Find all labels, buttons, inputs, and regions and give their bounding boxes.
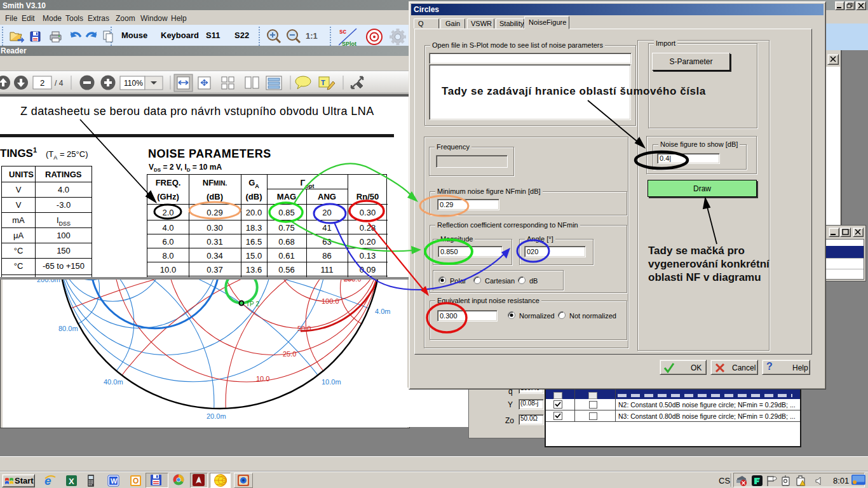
svg-text:4.0m: 4.0m [375,308,390,315]
svg-text:O: O [133,477,139,485]
svg-text:10.0m: 10.0m [322,378,341,386]
svg-text:100.0: 100.0 [322,297,339,305]
svg-text:TP 2: TP 2 [246,301,259,308]
svg-text:/ 4: / 4 [55,79,64,88]
svg-text:T: T [321,79,325,86]
svg-text:X: X [69,477,74,486]
svg-text:110%: 110% [124,79,143,88]
svg-text:50.0: 50.0 [297,325,311,332]
svg-text:80.0m: 80.0m [58,325,78,332]
svg-text:20.0m: 20.0m [207,412,226,420]
svg-text:2: 2 [40,78,44,88]
svg-text:25.0: 25.0 [283,350,296,358]
svg-text:W: W [111,477,118,485]
svg-text:40.0m: 40.0m [104,378,123,386]
svg-text:10.0: 10.0 [256,375,269,383]
